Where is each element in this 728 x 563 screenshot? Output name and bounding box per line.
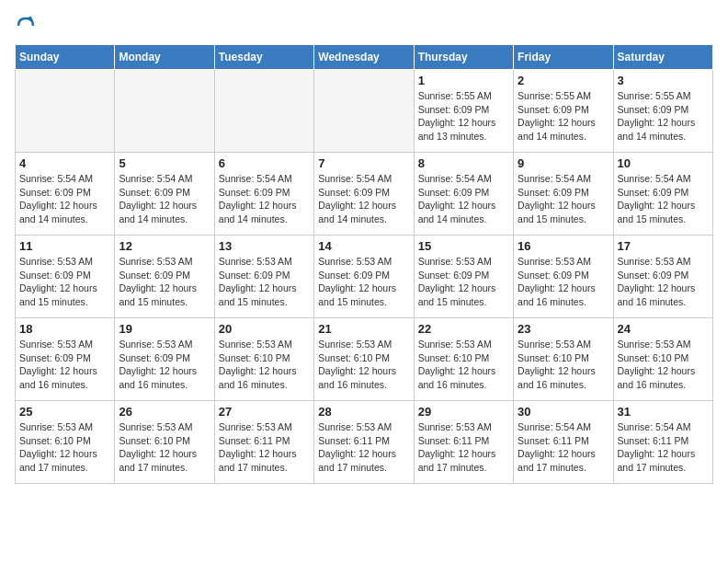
day-info: Sunrise: 5:53 AMSunset: 6:09 PMDaylight:… xyxy=(19,338,110,392)
day-number: 20 xyxy=(219,322,310,336)
day-number: 21 xyxy=(318,322,409,336)
calendar-day-cell: 24Sunrise: 5:53 AMSunset: 6:10 PMDayligh… xyxy=(613,318,712,401)
calendar-day-cell: 2Sunrise: 5:55 AMSunset: 6:09 PMDaylight… xyxy=(514,70,613,153)
day-info: Sunrise: 5:53 AMSunset: 6:10 PMDaylight:… xyxy=(318,338,409,392)
day-info: Sunrise: 5:55 AMSunset: 6:09 PMDaylight:… xyxy=(518,89,609,144)
calendar-day-cell: 27Sunrise: 5:53 AMSunset: 6:11 PMDayligh… xyxy=(214,401,313,484)
day-number: 25 xyxy=(19,405,110,419)
day-info: Sunrise: 5:53 AMSunset: 6:10 PMDaylight:… xyxy=(219,338,310,392)
weekday-header: Tuesday xyxy=(214,45,313,70)
calendar-day-cell xyxy=(214,70,313,153)
day-info: Sunrise: 5:54 AMSunset: 6:09 PMDaylight:… xyxy=(418,172,509,226)
day-number: 24 xyxy=(618,322,709,336)
day-number: 15 xyxy=(418,239,509,253)
day-number: 16 xyxy=(518,239,609,253)
calendar-week-row: 11Sunrise: 5:53 AMSunset: 6:09 PMDayligh… xyxy=(16,236,713,318)
day-info: Sunrise: 5:54 AMSunset: 6:09 PMDaylight:… xyxy=(518,172,609,226)
day-info: Sunrise: 5:53 AMSunset: 6:09 PMDaylight:… xyxy=(418,255,509,309)
day-number: 22 xyxy=(418,322,509,336)
calendar-day-cell: 15Sunrise: 5:53 AMSunset: 6:09 PMDayligh… xyxy=(414,236,513,318)
calendar-table: SundayMondayTuesdayWednesdayThursdayFrid… xyxy=(15,44,713,484)
day-info: Sunrise: 5:54 AMSunset: 6:09 PMDaylight:… xyxy=(318,172,409,226)
day-number: 19 xyxy=(119,322,210,336)
day-info: Sunrise: 5:54 AMSunset: 6:11 PMDaylight:… xyxy=(518,420,609,475)
calendar-day-cell: 10Sunrise: 5:54 AMSunset: 6:09 PMDayligh… xyxy=(613,153,712,236)
calendar-day-cell: 12Sunrise: 5:53 AMSunset: 6:09 PMDayligh… xyxy=(115,236,214,318)
calendar-day-cell: 8Sunrise: 5:54 AMSunset: 6:09 PMDaylight… xyxy=(414,153,513,236)
day-info: Sunrise: 5:55 AMSunset: 6:09 PMDaylight:… xyxy=(618,89,709,144)
day-number: 14 xyxy=(318,239,409,253)
day-info: Sunrise: 5:53 AMSunset: 6:11 PMDaylight:… xyxy=(418,420,509,475)
weekday-header: Thursday xyxy=(414,45,513,70)
calendar-day-cell: 18Sunrise: 5:53 AMSunset: 6:09 PMDayligh… xyxy=(16,318,115,401)
weekday-header: Monday xyxy=(115,45,214,70)
day-number: 6 xyxy=(219,156,310,170)
calendar-day-cell: 5Sunrise: 5:54 AMSunset: 6:09 PMDaylight… xyxy=(115,153,214,236)
logo xyxy=(15,15,40,37)
calendar-week-row: 1Sunrise: 5:55 AMSunset: 6:09 PMDaylight… xyxy=(16,70,713,153)
calendar-day-cell: 16Sunrise: 5:53 AMSunset: 6:09 PMDayligh… xyxy=(514,236,613,318)
calendar-day-cell: 17Sunrise: 5:53 AMSunset: 6:09 PMDayligh… xyxy=(613,236,712,318)
day-number: 26 xyxy=(119,405,210,419)
calendar-day-cell xyxy=(314,70,414,153)
day-number: 30 xyxy=(518,405,609,419)
calendar-day-cell: 19Sunrise: 5:53 AMSunset: 6:09 PMDayligh… xyxy=(115,318,214,401)
day-info: Sunrise: 5:53 AMSunset: 6:10 PMDaylight:… xyxy=(418,338,509,392)
calendar-day-cell: 22Sunrise: 5:53 AMSunset: 6:10 PMDayligh… xyxy=(414,318,513,401)
day-info: Sunrise: 5:53 AMSunset: 6:09 PMDaylight:… xyxy=(518,255,609,309)
day-number: 28 xyxy=(318,405,409,419)
day-number: 27 xyxy=(219,405,310,419)
day-info: Sunrise: 5:53 AMSunset: 6:11 PMDaylight:… xyxy=(318,420,409,475)
day-number: 5 xyxy=(119,156,210,170)
day-info: Sunrise: 5:53 AMSunset: 6:10 PMDaylight:… xyxy=(618,338,709,392)
weekday-header: Friday xyxy=(514,45,613,70)
day-number: 4 xyxy=(19,156,110,170)
calendar-day-cell: 30Sunrise: 5:54 AMSunset: 6:11 PMDayligh… xyxy=(514,401,613,484)
day-info: Sunrise: 5:53 AMSunset: 6:10 PMDaylight:… xyxy=(518,338,609,392)
weekday-header: Sunday xyxy=(16,45,115,70)
page-header xyxy=(15,15,713,37)
day-info: Sunrise: 5:54 AMSunset: 6:09 PMDaylight:… xyxy=(618,172,709,226)
day-info: Sunrise: 5:53 AMSunset: 6:09 PMDaylight:… xyxy=(19,255,110,309)
calendar-day-cell: 21Sunrise: 5:53 AMSunset: 6:10 PMDayligh… xyxy=(314,318,414,401)
day-info: Sunrise: 5:53 AMSunset: 6:09 PMDaylight:… xyxy=(318,255,409,309)
calendar-day-cell: 6Sunrise: 5:54 AMSunset: 6:09 PMDaylight… xyxy=(214,153,313,236)
calendar-day-cell: 7Sunrise: 5:54 AMSunset: 6:09 PMDaylight… xyxy=(314,153,414,236)
day-number: 13 xyxy=(219,239,310,253)
calendar-week-row: 25Sunrise: 5:53 AMSunset: 6:10 PMDayligh… xyxy=(16,401,713,484)
calendar-header-row: SundayMondayTuesdayWednesdayThursdayFrid… xyxy=(16,45,713,70)
calendar-week-row: 18Sunrise: 5:53 AMSunset: 6:09 PMDayligh… xyxy=(16,318,713,401)
weekday-header: Saturday xyxy=(613,45,712,70)
calendar-body: 1Sunrise: 5:55 AMSunset: 6:09 PMDaylight… xyxy=(16,70,713,484)
weekday-header: Wednesday xyxy=(314,45,414,70)
calendar-day-cell: 1Sunrise: 5:55 AMSunset: 6:09 PMDaylight… xyxy=(414,70,513,153)
calendar-day-cell: 11Sunrise: 5:53 AMSunset: 6:09 PMDayligh… xyxy=(16,236,115,318)
day-number: 1 xyxy=(418,74,509,87)
logo-icon xyxy=(15,15,37,37)
day-number: 31 xyxy=(618,405,709,419)
calendar-day-cell: 14Sunrise: 5:53 AMSunset: 6:09 PMDayligh… xyxy=(314,236,414,318)
day-number: 23 xyxy=(518,322,609,336)
calendar-day-cell: 9Sunrise: 5:54 AMSunset: 6:09 PMDaylight… xyxy=(514,153,613,236)
day-info: Sunrise: 5:55 AMSunset: 6:09 PMDaylight:… xyxy=(418,89,509,144)
calendar-day-cell: 31Sunrise: 5:54 AMSunset: 6:11 PMDayligh… xyxy=(613,401,712,484)
calendar-day-cell: 20Sunrise: 5:53 AMSunset: 6:10 PMDayligh… xyxy=(214,318,313,401)
calendar-day-cell: 26Sunrise: 5:53 AMSunset: 6:10 PMDayligh… xyxy=(115,401,214,484)
calendar-day-cell: 3Sunrise: 5:55 AMSunset: 6:09 PMDaylight… xyxy=(613,70,712,153)
calendar-day-cell: 25Sunrise: 5:53 AMSunset: 6:10 PMDayligh… xyxy=(16,401,115,484)
day-info: Sunrise: 5:53 AMSunset: 6:09 PMDaylight:… xyxy=(618,255,709,309)
day-number: 3 xyxy=(618,74,709,87)
day-info: Sunrise: 5:54 AMSunset: 6:09 PMDaylight:… xyxy=(219,172,310,226)
day-info: Sunrise: 5:53 AMSunset: 6:09 PMDaylight:… xyxy=(119,338,210,392)
day-number: 7 xyxy=(318,156,409,170)
day-info: Sunrise: 5:53 AMSunset: 6:10 PMDaylight:… xyxy=(19,420,110,475)
calendar-day-cell: 13Sunrise: 5:53 AMSunset: 6:09 PMDayligh… xyxy=(214,236,313,318)
calendar-day-cell: 4Sunrise: 5:54 AMSunset: 6:09 PMDaylight… xyxy=(16,153,115,236)
day-number: 2 xyxy=(518,74,609,87)
calendar-day-cell: 29Sunrise: 5:53 AMSunset: 6:11 PMDayligh… xyxy=(414,401,513,484)
day-info: Sunrise: 5:53 AMSunset: 6:10 PMDaylight:… xyxy=(119,420,210,475)
calendar-day-cell: 23Sunrise: 5:53 AMSunset: 6:10 PMDayligh… xyxy=(514,318,613,401)
calendar-day-cell xyxy=(16,70,115,153)
day-info: Sunrise: 5:53 AMSunset: 6:09 PMDaylight:… xyxy=(219,255,310,309)
day-info: Sunrise: 5:54 AMSunset: 6:09 PMDaylight:… xyxy=(119,172,210,226)
